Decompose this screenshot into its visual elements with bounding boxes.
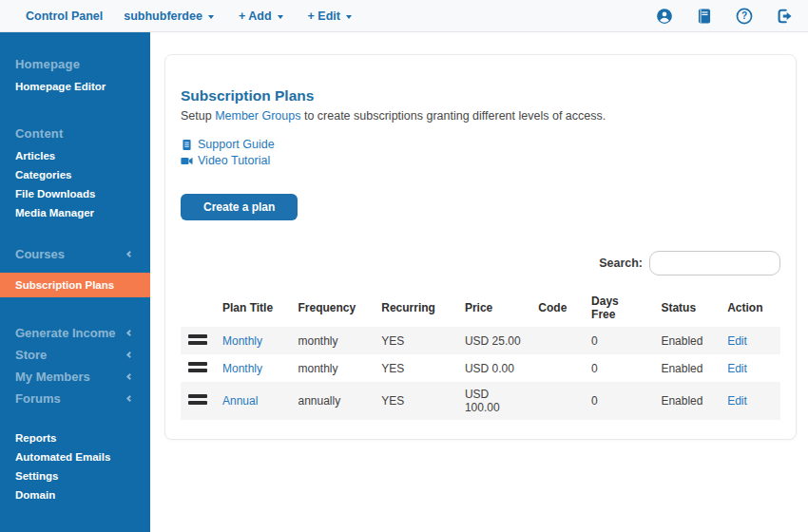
- chevron-left-icon: [126, 352, 133, 358]
- sidebar-item-automated-emails[interactable]: Automated Emails: [0, 447, 150, 466]
- intro-text: Setup Member Groups to create subscripti…: [181, 109, 780, 123]
- intro-before: Setup: [181, 109, 215, 123]
- resource-links: Support Guide Video Tutorial: [181, 137, 780, 169]
- page-title: Subscription Plans: [181, 87, 780, 104]
- column-header-recurring: Recurring: [374, 289, 457, 327]
- subscription-plans-card: Subscription Plans Setup Member Groups t…: [164, 54, 797, 440]
- journal-icon[interactable]: [696, 8, 713, 25]
- intro-after: to create subscriptions granting differe…: [300, 109, 606, 123]
- top-navbar: Control Panel subhubferdee + Add + Edit: [0, 0, 808, 32]
- caret-down-icon: [278, 15, 283, 19]
- main-content: Subscription Plans Setup Member Groups t…: [150, 32, 808, 532]
- sidebar-item-articles[interactable]: Articles: [0, 146, 150, 165]
- frequency-cell: annually: [291, 382, 375, 420]
- sidebar: Homepage Homepage Editor Content Article…: [0, 32, 150, 532]
- site-dropdown-label: subhubferdee: [124, 10, 202, 23]
- edit-link[interactable]: Edit: [727, 362, 747, 375]
- column-header-handle: [181, 289, 215, 327]
- search-row: Search:: [181, 251, 780, 276]
- table-header-row: Plan Title Frequency Recurring Price Cod…: [181, 289, 780, 327]
- sidebar-section-content: Content: [0, 121, 150, 146]
- column-header-days-free: Days Free: [584, 289, 653, 327]
- recurring-cell: YES: [374, 382, 457, 420]
- sidebar-item-store[interactable]: Store: [0, 344, 150, 366]
- video-tutorial-label: Video Tutorial: [198, 153, 270, 169]
- table-row: Annual annually YES USD 100.00 0 Enabled…: [181, 382, 780, 420]
- frequency-cell: monthly: [291, 354, 375, 382]
- code-cell: [530, 382, 584, 420]
- column-header-action: Action: [720, 289, 780, 327]
- chevron-left-icon: [126, 251, 133, 257]
- sidebar-item-label: Forums: [15, 391, 61, 406]
- plan-title-link[interactable]: Annual: [222, 394, 258, 408]
- status-cell: Enabled: [653, 327, 720, 354]
- edit-link[interactable]: Edit: [727, 394, 747, 408]
- search-input[interactable]: [649, 251, 780, 276]
- sidebar-item-reports[interactable]: Reports: [0, 428, 150, 447]
- plan-title-link[interactable]: Monthly: [222, 334, 262, 348]
- search-label: Search:: [599, 256, 643, 270]
- column-header-plan-title: Plan Title: [215, 289, 291, 327]
- sidebar-item-settings[interactable]: Settings: [0, 466, 150, 485]
- column-header-frequency: Frequency: [291, 289, 375, 327]
- price-cell: USD 25.00: [457, 327, 530, 354]
- drag-handle-icon[interactable]: [188, 394, 207, 405]
- video-tutorial-link[interactable]: Video Tutorial: [181, 153, 780, 169]
- chevron-left-icon: [126, 330, 133, 336]
- status-cell: Enabled: [653, 382, 720, 420]
- sidebar-item-forums[interactable]: Forums: [0, 388, 150, 409]
- edit-dropdown-label: + Edit: [308, 10, 340, 23]
- add-dropdown-label: + Add: [239, 10, 272, 23]
- navbar-icon-group: ?: [656, 8, 793, 25]
- frequency-cell: monthly: [291, 327, 375, 354]
- drag-handle-icon[interactable]: [188, 334, 207, 345]
- add-dropdown[interactable]: + Add: [239, 10, 283, 23]
- sidebar-item-label: Store: [15, 348, 47, 362]
- table-row: Monthly monthly YES USD 0.00 0 Enabled E…: [181, 354, 780, 382]
- support-guide-label: Support Guide: [198, 137, 275, 153]
- column-header-status: Status: [653, 289, 720, 327]
- plan-title-link[interactable]: Monthly: [222, 362, 262, 375]
- brand-link[interactable]: Control Panel: [26, 10, 103, 23]
- sidebar-item-subscription-plans[interactable]: Subscription Plans: [0, 273, 150, 297]
- sidebar-item-media-manager[interactable]: Media Manager: [0, 203, 150, 222]
- recurring-cell: YES: [374, 354, 457, 382]
- days-free-cell: 0: [584, 354, 653, 382]
- svg-text:?: ?: [741, 10, 747, 21]
- support-guide-link[interactable]: Support Guide: [181, 137, 780, 153]
- sidebar-item-file-downloads[interactable]: File Downloads: [0, 184, 150, 203]
- document-icon: [181, 139, 193, 151]
- help-icon[interactable]: ?: [736, 8, 753, 25]
- logout-icon[interactable]: [776, 8, 793, 25]
- table-row: Monthly monthly YES USD 25.00 0 Enabled …: [181, 327, 780, 354]
- member-groups-link[interactable]: Member Groups: [215, 109, 300, 123]
- create-plan-button[interactable]: Create a plan: [181, 194, 298, 220]
- user-account-icon[interactable]: [656, 8, 673, 25]
- sidebar-item-courses[interactable]: Courses: [0, 243, 150, 265]
- sidebar-item-categories[interactable]: Categories: [0, 165, 150, 184]
- code-cell: [530, 327, 584, 354]
- column-header-price: Price: [457, 289, 530, 327]
- sidebar-item-label: My Members: [15, 370, 90, 384]
- status-cell: Enabled: [653, 354, 720, 382]
- sidebar-item-my-members[interactable]: My Members: [0, 366, 150, 388]
- caret-down-icon: [346, 15, 352, 19]
- price-cell: USD 0.00: [457, 354, 530, 382]
- sidebar-item-homepage-editor[interactable]: Homepage Editor: [0, 77, 150, 96]
- edit-link[interactable]: Edit: [727, 334, 747, 348]
- code-cell: [530, 354, 584, 382]
- drag-handle-icon[interactable]: [188, 362, 207, 372]
- edit-dropdown[interactable]: + Edit: [308, 10, 352, 23]
- days-free-cell: 0: [584, 382, 653, 420]
- sidebar-item-generate-income[interactable]: Generate Income: [0, 322, 150, 344]
- recurring-cell: YES: [374, 327, 457, 354]
- price-cell: USD 100.00: [457, 382, 530, 420]
- chevron-left-icon: [126, 395, 133, 402]
- video-camera-icon: [181, 155, 193, 167]
- caret-down-icon: [208, 15, 214, 19]
- sidebar-item-label: Courses: [15, 247, 65, 261]
- chevron-left-icon: [126, 373, 133, 380]
- site-dropdown[interactable]: subhubferdee: [124, 10, 214, 23]
- sidebar-item-homepage: Homepage: [0, 51, 150, 77]
- sidebar-item-domain[interactable]: Domain: [0, 485, 150, 504]
